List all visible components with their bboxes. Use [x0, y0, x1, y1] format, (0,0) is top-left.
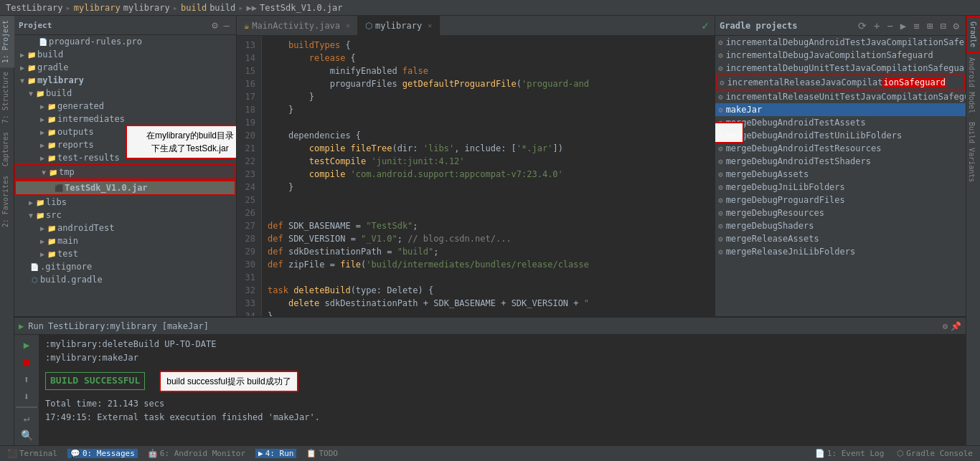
- expand-all-btn[interactable]: ⊞: [925, 19, 935, 32]
- tree-label-gradle: gradle: [37, 62, 68, 72]
- gradle-item-9[interactable]: ⚙ mergeDebugAndroidTestShaders: [715, 155, 966, 168]
- scroll-top-btn[interactable]: ⬆: [22, 372, 31, 386]
- status-todo[interactable]: 📋 TODO: [303, 449, 341, 458]
- tree-label-outputs: outputs: [57, 127, 94, 137]
- code-editor[interactable]: buildTypes { release { minifyEnabled fal…: [262, 36, 715, 316]
- folder-icon: 📁: [34, 87, 46, 99]
- run-btn[interactable]: ▶: [898, 19, 908, 32]
- gradle-item-2[interactable]: ⚙ incrementalDebugUnitTestJavaCompilatio…: [715, 62, 966, 75]
- gradle-item-13[interactable]: ⚙ mergeDebugResources: [715, 206, 966, 219]
- gradle-item-label-14: mergeDebugShaders: [726, 221, 814, 231]
- tree-item-generated[interactable]: ▶ 📁 generated: [14, 100, 236, 113]
- tree-item-proguard[interactable]: 📄 proguard-rules.pro: [14, 35, 236, 48]
- gradle-item-8[interactable]: ⚙ mergeDebugAndroidTestResources: [715, 142, 966, 155]
- breadcrumb-item-2[interactable]: mylibrary: [74, 3, 121, 13]
- gradle-item-3[interactable]: ⚙ incrementalReleaseJavaCompilationSafeg…: [715, 75, 966, 90]
- settings-btn[interactable]: ⚙: [951, 19, 961, 32]
- gradle-item-1[interactable]: ⚙ incrementalDebugJavaCompilationSafegua…: [715, 49, 966, 62]
- gradle-item-15[interactable]: ⚙ mergeReleaseAssets: [715, 232, 966, 245]
- tree-item-label: proguard-rules.pro: [49, 37, 142, 47]
- sync-btn[interactable]: ⟳: [856, 19, 869, 32]
- file-icon: 📄: [37, 36, 49, 47]
- tab-mylibrary[interactable]: ⬡ mylibrary ✕: [358, 16, 440, 36]
- collapse-btn[interactable]: ⊟: [938, 19, 948, 32]
- close-tab-mylibrary[interactable]: ✕: [428, 22, 432, 29]
- breadcrumb: TestLibrary ▸ mylibrary mylibrary ▸ buil…: [6, 3, 343, 13]
- breadcrumb-item-1[interactable]: TestLibrary: [6, 3, 62, 13]
- code-line-15: minifyEnabled false: [268, 65, 709, 77]
- code-line-13: buildTypes {: [268, 39, 709, 52]
- left-tab-favorites[interactable]: 2: Favorites: [0, 171, 14, 232]
- tab-label-mylibrary: mylibrary: [375, 21, 422, 31]
- close-tab-mainactivity[interactable]: ✕: [346, 22, 350, 29]
- status-event-log[interactable]: 📄 1: Event Log: [812, 449, 887, 458]
- tree-item-buildgradle[interactable]: ⬡ build.gradle: [14, 273, 236, 286]
- tree-label-test: test: [57, 249, 78, 259]
- right-tab-build-variants[interactable]: Build Variants: [966, 118, 981, 186]
- add-btn[interactable]: +: [872, 19, 882, 32]
- tree-item-build-top[interactable]: ▶ 📁 build: [14, 48, 236, 61]
- gradle-item-label-3: incrementalReleaseJavaCompilationSafegua…: [727, 77, 946, 87]
- tree-item-mylibrary[interactable]: ▼ 📁 mylibrary: [14, 74, 236, 87]
- event-icon: 📄: [815, 449, 825, 458]
- tab-mainactivity[interactable]: ☕ MainActivity.java ✕: [237, 16, 358, 36]
- play-btn[interactable]: ▶: [22, 338, 31, 352]
- arrow-icon: ▼: [29, 212, 33, 219]
- tree-item-gradle[interactable]: ▶ 📁 gradle: [14, 61, 236, 74]
- status-terminal[interactable]: ⬛ Terminal: [4, 449, 60, 458]
- status-android-monitor[interactable]: 🤖 6: Android Monitor: [145, 449, 248, 458]
- remove-btn[interactable]: −: [885, 19, 895, 32]
- tree-item-testsdk-jar[interactable]: ⬛ TestSdk_V1.0.jar: [14, 180, 236, 196]
- tree-label-gitignore: .gitignore: [40, 262, 92, 272]
- stop-btn[interactable]: ■: [22, 355, 31, 369]
- skip-btn[interactable]: ≡: [911, 19, 921, 32]
- status-gradle-console[interactable]: ⬡ Gradle Console: [894, 449, 976, 458]
- tree-item-intermediates[interactable]: ▶ 📁 intermediates: [14, 113, 236, 125]
- message-icon: 💬: [70, 449, 80, 458]
- gradle-item-11[interactable]: ⚙ mergeDebugJniLibFolders: [715, 181, 966, 194]
- status-messages[interactable]: 💬 0: Messages: [67, 449, 138, 458]
- tree-item-build-inner[interactable]: ▼ 📁 build: [14, 87, 236, 100]
- gradle-item-14[interactable]: ⚙ mergeDebugShaders: [715, 219, 966, 232]
- status-bar: ⬛ Terminal 💬 0: Messages 🤖 6: Android Mo…: [0, 445, 980, 461]
- folder-icon: 📁: [46, 235, 57, 247]
- left-tab-project[interactable]: 1: Project: [0, 16, 14, 67]
- breadcrumb-item-2-label[interactable]: mylibrary: [123, 3, 170, 13]
- breadcrumb-item-3-label[interactable]: build: [209, 3, 235, 13]
- tree-item-libs[interactable]: ▶ 📁 libs: [14, 196, 236, 209]
- right-tab-gradle[interactable]: Gradle: [966, 16, 981, 53]
- tree-item-src[interactable]: ▼ 📁 src: [14, 209, 236, 222]
- tree-item-test[interactable]: ▶ 📁 test: [14, 247, 236, 260]
- expand-btn[interactable]: —: [222, 19, 232, 32]
- gradle-item-makejar[interactable]: ⚙ makeJar: [715, 103, 966, 116]
- run-line-2: :mylibrary:makeJar: [45, 351, 960, 365]
- bottom-content: ▶ ■ ⬆ ⬇ ↵ 🔍 ⚙ ✕ 🗑 :mylibrary:deleteBuild…: [14, 335, 966, 445]
- gradle-item-16[interactable]: ⚙ mergeReleaseJniLibFolders: [715, 245, 966, 258]
- left-tab-captures[interactable]: Captures: [0, 128, 14, 171]
- gradle-item-10[interactable]: ⚙ mergeDebugAssets: [715, 168, 966, 181]
- gradle-item-7[interactable]: ⚙ mergeDebugAndroidTestUniLibFolders: [715, 129, 966, 142]
- settings-btn[interactable]: ⚙: [209, 19, 220, 32]
- gradle-item-0[interactable]: ⚙ incrementalDebugAndroidTestJavaCompila…: [715, 36, 966, 49]
- gradle-item-6[interactable]: ⚙ mergeDebugAndroidTestAssets: [715, 116, 966, 129]
- bottom-panel: ▶ Run TestLibrary:mylibrary [makeJar] ⚙ …: [14, 316, 966, 445]
- scroll-bottom-btn[interactable]: ⬇: [22, 389, 31, 404]
- tree-item-androidtest[interactable]: ▶ 📁 androidTest: [14, 222, 236, 234]
- gradle-item-12[interactable]: ⚙ mergeDebugProguardFiles: [715, 194, 966, 206]
- code-line-20: dependencies {: [268, 129, 709, 142]
- gradle-item-4[interactable]: ⚙ incrementalReleaseUnitTestJavaCompilat…: [715, 90, 966, 103]
- tree-item-gitignore[interactable]: 📄 .gitignore: [14, 260, 236, 273]
- left-tab-structure[interactable]: 7: Structure: [0, 67, 14, 128]
- breadcrumb-item-3[interactable]: build: [181, 3, 207, 13]
- right-tab-android-model[interactable]: Android Model: [966, 53, 981, 118]
- wrap-btn[interactable]: ↵: [22, 411, 31, 425]
- gear-icon: ⚙: [718, 64, 723, 73]
- settings-run-btn[interactable]: ⚙: [943, 321, 948, 331]
- filter-btn[interactable]: 🔍: [19, 428, 34, 442]
- pin-btn[interactable]: 📌: [951, 321, 961, 331]
- tree-item-tmp[interactable]: ▼ 📁 tmp: [14, 164, 236, 180]
- run-details-2: 17:49:15: External task execution finish…: [45, 411, 960, 424]
- status-run[interactable]: ▶ 4: Run: [255, 449, 296, 458]
- tree-item-main[interactable]: ▶ 📁 main: [14, 234, 236, 247]
- breadcrumb-item-4[interactable]: TestSdk_V1.0.jar: [260, 3, 343, 13]
